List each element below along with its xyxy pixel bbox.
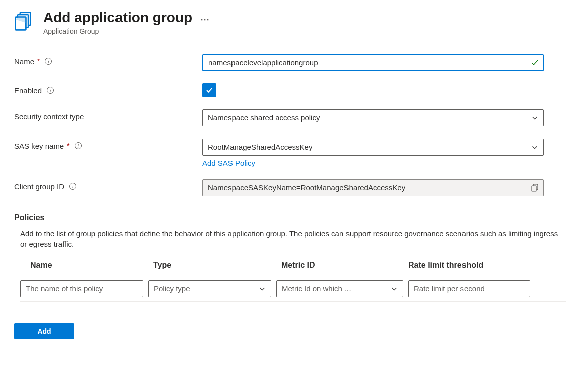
- chevron-down-icon: [531, 144, 538, 151]
- page-subtitle: Application Group: [43, 27, 210, 35]
- info-icon[interactable]: i: [69, 183, 76, 190]
- rate-limit-input[interactable]: [408, 280, 530, 297]
- name-row: Name * i: [14, 54, 566, 71]
- required-indicator: *: [67, 142, 69, 150]
- client-group-id-value: NamespaceSASKeyName=RootManageSharedAcce…: [208, 183, 405, 192]
- sas-key-row: SAS key name * i RootManageSharedAccessK…: [14, 139, 566, 167]
- client-group-id-row: Client group ID i NamespaceSASKeyName=Ro…: [14, 179, 566, 196]
- name-input[interactable]: [202, 54, 544, 71]
- name-label: Name: [14, 57, 34, 66]
- chevron-down-icon: [531, 114, 538, 121]
- check-icon: [205, 86, 213, 94]
- enabled-row: Enabled i: [14, 83, 566, 97]
- sas-key-value: RootManageSharedAccessKey: [208, 143, 312, 151]
- required-indicator: *: [37, 57, 40, 65]
- policies-description: Add to the list of group policies that d…: [14, 228, 566, 249]
- page-header: Add application group ⋯ Application Grou…: [14, 9, 566, 35]
- info-icon[interactable]: i: [75, 142, 82, 149]
- metric-id-dropdown[interactable]: Metric Id on which ...: [276, 280, 403, 297]
- column-header-metric-id: Metric ID: [276, 260, 403, 270]
- client-group-id-label: Client group ID: [14, 182, 64, 191]
- copy-icon[interactable]: [531, 184, 538, 192]
- page-title: Add application group ⋯: [43, 9, 210, 26]
- svg-rect-5: [532, 186, 536, 191]
- security-context-row: Security context type Namespace shared a…: [14, 109, 566, 126]
- enabled-label: Enabled: [14, 86, 42, 95]
- chevron-down-icon: [391, 285, 398, 292]
- policies-table: Name Type Metric ID Rate limit threshold…: [14, 260, 566, 302]
- sas-key-label: SAS key name: [14, 142, 64, 150]
- chevron-down-icon: [259, 285, 266, 292]
- more-actions-button[interactable]: ⋯: [200, 14, 210, 24]
- add-sas-policy-link[interactable]: Add SAS Policy: [202, 159, 255, 167]
- security-context-value: Namespace shared access policy: [208, 113, 320, 122]
- enabled-checkbox[interactable]: [202, 83, 216, 97]
- column-header-name: Name: [20, 260, 148, 270]
- valid-check-icon: [531, 59, 539, 67]
- sas-key-dropdown[interactable]: RootManageSharedAccessKey: [202, 139, 544, 156]
- info-icon[interactable]: i: [47, 87, 54, 94]
- column-header-rate-limit: Rate limit threshold: [403, 260, 566, 270]
- add-button[interactable]: Add: [14, 323, 74, 339]
- info-icon[interactable]: i: [45, 58, 52, 65]
- policy-type-placeholder: Policy type: [154, 284, 190, 293]
- table-row: Policy type Metric Id on which ...: [20, 276, 566, 302]
- policy-name-input[interactable]: [20, 280, 143, 297]
- policy-type-dropdown[interactable]: Policy type: [148, 280, 271, 297]
- application-group-icon: [14, 11, 35, 32]
- security-context-dropdown[interactable]: Namespace shared access policy: [202, 109, 544, 126]
- security-context-label: Security context type: [14, 112, 84, 121]
- column-header-type: Type: [148, 260, 276, 270]
- metric-id-placeholder: Metric Id on which ...: [282, 284, 351, 293]
- policies-heading: Policies: [14, 213, 566, 222]
- client-group-id-field: NamespaceSASKeyName=RootManageSharedAcce…: [202, 179, 544, 196]
- page-footer: Add: [0, 316, 580, 346]
